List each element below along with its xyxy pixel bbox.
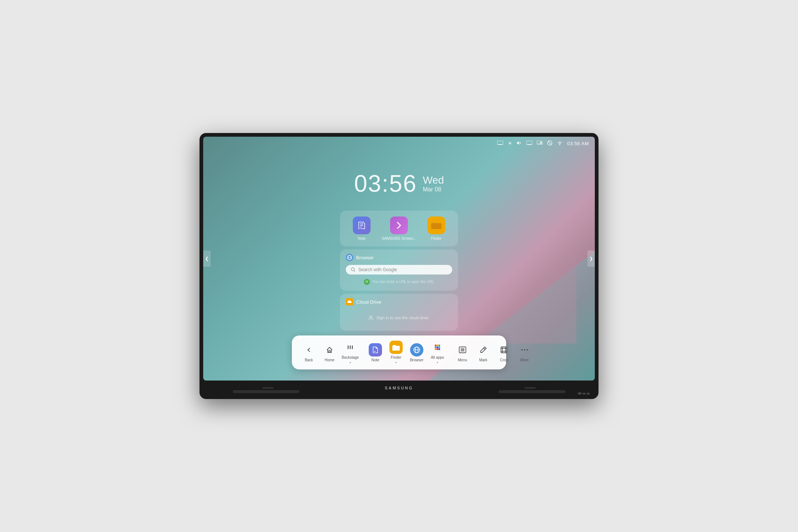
taskbar-crop[interactable]: Crop xyxy=(494,342,514,364)
tv-bottom-bezel: SAMSUNG xyxy=(203,381,595,395)
home-label: Home xyxy=(325,358,335,362)
cloud-drive-header: Cloud Drive xyxy=(346,298,452,306)
svg-point-31 xyxy=(437,345,439,347)
finder-chevron: ▾ xyxy=(395,361,397,364)
svg-point-21 xyxy=(370,316,372,318)
svg-rect-24 xyxy=(350,345,351,349)
samsung-screen-app[interactable]: SAMSUNG Screen... xyxy=(382,216,416,241)
clock-month: Mar 08 xyxy=(423,186,444,193)
cloud-sign-in[interactable]: Sign in to use the cloud drive. xyxy=(346,309,452,326)
note-app-label: Note xyxy=(358,236,366,241)
svg-rect-22 xyxy=(329,351,330,352)
svg-point-11 xyxy=(559,144,560,146)
browser-widget-header: Browser xyxy=(346,254,452,261)
left-arrow[interactable]: ❮ xyxy=(203,250,211,267)
tv-power-button-left xyxy=(262,387,273,389)
samsung-screen-icon xyxy=(390,216,408,234)
mark-label: Mark xyxy=(479,358,487,362)
apps-widget: Note SAMSUNG Screen... Finder xyxy=(340,211,458,246)
svg-point-33 xyxy=(435,347,437,348)
svg-point-19 xyxy=(351,268,354,271)
home-icon xyxy=(323,343,336,357)
taskbar-home[interactable]: Home xyxy=(320,342,339,364)
svg-point-26 xyxy=(374,350,376,353)
note-app-icon xyxy=(353,216,371,234)
svg-line-10 xyxy=(548,141,552,145)
allapps-chevron: ▾ xyxy=(437,361,438,364)
finder-taskbar-icon xyxy=(389,341,403,354)
crop-icon xyxy=(497,343,511,357)
backstage-chevron: ▾ xyxy=(349,361,351,364)
taskbar-back[interactable]: Back xyxy=(299,342,318,364)
right-arrow[interactable]: ❯ xyxy=(587,250,595,267)
hint-icon: ⟳ xyxy=(364,279,370,285)
clock-time: 03:56 xyxy=(354,170,417,197)
screen-icon xyxy=(497,140,503,146)
svg-point-30 xyxy=(435,345,437,347)
taskbar: Back Home Backstage ▾ Note xyxy=(292,335,506,369)
samsung-logo: SAMSUNG xyxy=(385,386,413,390)
wifi-icon xyxy=(557,140,563,146)
widgets-area: Note SAMSUNG Screen... Finder xyxy=(340,211,458,331)
svg-point-15 xyxy=(359,227,361,229)
usb-port-1 xyxy=(583,393,586,395)
speaker-right xyxy=(499,390,565,393)
svg-point-34 xyxy=(437,347,439,348)
taskbar-menu[interactable]: Menu xyxy=(453,342,472,364)
brightness-icon: ☀ xyxy=(508,140,512,146)
finder-app-icon xyxy=(427,216,445,234)
volume-icon xyxy=(517,140,522,146)
more-icon xyxy=(518,343,531,357)
browser-widget-title: Browser xyxy=(356,255,374,260)
browser-widget-icon xyxy=(346,254,353,261)
menu-label: Menu xyxy=(458,358,467,362)
menu-icon xyxy=(456,343,469,357)
more-label: More xyxy=(521,358,529,362)
finder-taskbar-label: Finder xyxy=(391,355,401,359)
cloud-drive-widget: Cloud Drive Sign in to use the cloud dri… xyxy=(340,294,458,331)
back-label: Back xyxy=(305,358,313,362)
screen-share-icon xyxy=(537,140,543,146)
browser-taskbar-label: Browser xyxy=(410,358,424,362)
display-icon xyxy=(526,140,532,146)
taskbar-finder[interactable]: Finder ▾ xyxy=(386,339,406,366)
svg-point-38 xyxy=(439,348,440,350)
taskbar-allapps[interactable]: All apps ▾ xyxy=(428,339,447,366)
cloud-sign-in-text: Sign in to use the cloud drive. xyxy=(376,316,430,320)
usb-port-2 xyxy=(587,393,590,395)
taskbar-backstage[interactable]: Backstage ▾ xyxy=(341,339,360,366)
tv-screen: ☀ 03:56 AM ❮ ❯ xyxy=(203,137,595,381)
mark-icon xyxy=(477,343,490,357)
svg-point-36 xyxy=(435,348,437,350)
samsung-screen-label: SAMSUNG Screen... xyxy=(382,236,416,241)
browser-widget: Browser Search with Google ⟳ You can ent… xyxy=(340,249,458,291)
taskbar-browser[interactable]: Browser xyxy=(407,342,426,364)
finder-app[interactable]: Finder xyxy=(427,216,445,241)
svg-rect-0 xyxy=(497,141,503,144)
note-taskbar-icon xyxy=(369,343,382,357)
svg-rect-44 xyxy=(501,347,507,353)
taskbar-more[interactable]: More xyxy=(515,342,534,364)
back-icon xyxy=(302,343,316,357)
backstage-label: Backstage xyxy=(342,355,359,359)
svg-point-49 xyxy=(521,349,523,351)
status-bar: ☀ 03:56 AM xyxy=(203,137,595,150)
browser-search-bar[interactable]: Search with Google xyxy=(346,265,452,274)
search-icon xyxy=(351,267,355,272)
svg-marker-3 xyxy=(517,141,519,145)
taskbar-mark[interactable]: Mark xyxy=(474,342,493,364)
svg-point-37 xyxy=(437,348,439,350)
svg-point-50 xyxy=(524,349,525,351)
search-placeholder: Search with Google xyxy=(358,267,397,272)
tv-power-button-right xyxy=(525,387,536,389)
cloud-drive-title: Cloud Drive xyxy=(356,299,381,305)
clock-area: 03:56 Wed Mar 08 xyxy=(354,170,444,197)
note-taskbar-label: Note xyxy=(371,358,379,362)
block-icon xyxy=(547,140,552,147)
tv-display: ☀ 03:56 AM ❮ ❯ xyxy=(200,133,598,399)
taskbar-note[interactable]: Note xyxy=(366,342,385,364)
clock-day: Wed xyxy=(423,174,444,186)
svg-point-32 xyxy=(439,345,440,347)
allapps-label: All apps xyxy=(431,355,444,359)
note-app[interactable]: Note xyxy=(353,216,371,241)
